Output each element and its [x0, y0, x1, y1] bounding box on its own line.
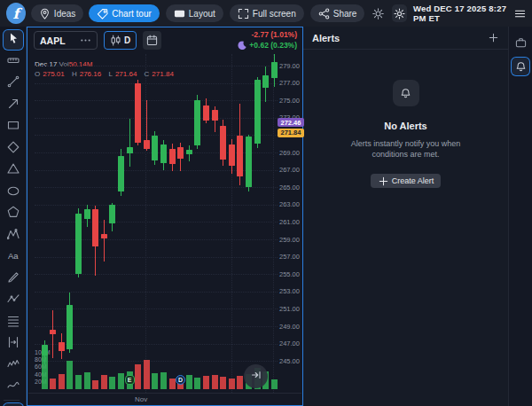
go-to-latest-button[interactable] [244, 364, 268, 388]
chart-panel[interactable]: AAPL D -2.77 (1.01%) +0.62 (0.23%) Dec 1… [27, 27, 303, 406]
finviz-logo[interactable]: f [6, 3, 26, 24]
tool-brush[interactable] [4, 269, 23, 289]
market-clock: Wed DEC 17 2025 8:27 PM ET [413, 4, 506, 23]
candle [160, 144, 167, 163]
portfolio-tab[interactable] [512, 34, 529, 51]
after-hours-change-value: +0.62 (0.23%) [249, 41, 297, 51]
tool-zigzag[interactable] [4, 291, 23, 310]
price-axis-label: 279.00 [279, 62, 300, 70]
volume-bar [50, 379, 56, 389]
price-axis-label: 261.00 [279, 218, 300, 226]
tool-elliott-wave[interactable] [4, 356, 23, 376]
price-gridline [35, 187, 278, 188]
tool-triangle[interactable] [4, 160, 23, 180]
polygon-icon [7, 206, 20, 222]
fullscreen-button[interactable]: Full screen [230, 4, 304, 22]
volume-bar [118, 373, 124, 389]
time-gridline [273, 54, 274, 393]
tool-ruler[interactable] [4, 52, 23, 72]
price-gridline [35, 239, 278, 240]
price-plot[interactable]: 100M80M60M40M20MED [35, 54, 278, 393]
candle [262, 75, 269, 89]
candle [220, 126, 226, 160]
curve-icon [7, 379, 20, 395]
price-axis-label: 275.00 [279, 97, 300, 105]
candle [144, 140, 150, 149]
ellipse-icon [7, 184, 20, 200]
volume-bar [92, 380, 98, 389]
tool-rotated-rectangle[interactable] [4, 139, 23, 159]
tool-xabcd-pattern[interactable] [4, 226, 23, 246]
layout-label: Layout [189, 9, 215, 19]
after-hours-price-tag: 272.46 [278, 118, 304, 127]
timeframe-selector[interactable]: D [104, 31, 137, 50]
calendar-icon [146, 35, 158, 46]
chart-toolbar: AAPL D [34, 31, 161, 50]
tool-text[interactable]: Aa [4, 247, 23, 267]
share-button[interactable]: Share [310, 4, 365, 22]
volume-bar [271, 379, 278, 389]
zigzag-icon [7, 293, 20, 308]
candle-wick [52, 310, 53, 358]
tool-rectangle[interactable] [4, 117, 23, 137]
symbol-selector[interactable]: AAPL [34, 31, 98, 50]
date-range-button[interactable] [143, 31, 161, 50]
candle [59, 342, 65, 352]
tool-date-range[interactable] [4, 334, 23, 354]
dividend-badge[interactable]: D [176, 375, 185, 385]
price-axis-label: 265.00 [279, 183, 300, 191]
volume-bar [144, 360, 150, 389]
layout-button[interactable]: Layout [166, 4, 223, 22]
settings-button[interactable] [392, 4, 407, 22]
volume-bar [109, 377, 115, 389]
volume-bar [101, 375, 107, 389]
candle [50, 330, 56, 334]
candle-wick [104, 220, 105, 262]
cursor-icon [7, 32, 20, 48]
price-axis-label: 251.00 [279, 305, 300, 313]
pin-icon [39, 8, 51, 20]
month-label: Nov [135, 395, 147, 403]
main-menu-button[interactable] [512, 4, 528, 22]
tool-polygon[interactable] [4, 204, 23, 223]
alerts-description-line1: Alerts instantly notify you when [303, 138, 508, 149]
time-gridline [231, 54, 232, 393]
candle [42, 345, 48, 356]
right-side-rail [508, 27, 532, 406]
price-gridline [35, 83, 278, 84]
alerts-tab[interactable] [512, 58, 529, 75]
create-alert-button[interactable]: Create Alert [371, 174, 442, 188]
volume-bar [186, 375, 192, 389]
chart-tour-button[interactable]: Chart tour [89, 4, 159, 22]
tool-ellipse[interactable] [4, 183, 23, 202]
time-axis[interactable]: Nov [28, 393, 301, 405]
candle [271, 62, 278, 78]
brush-icon [7, 271, 20, 287]
price-gridline [35, 100, 278, 101]
tool-cursor[interactable] [4, 30, 23, 50]
earnings-badge[interactable]: E [125, 375, 135, 385]
price-gridline [35, 222, 278, 223]
create-alert-label: Create Alert [392, 176, 434, 185]
symbol-menu-icon[interactable] [80, 35, 91, 46]
moon-icon [236, 40, 247, 51]
candlestick-icon [110, 35, 121, 46]
price-axis[interactable]: 279.00277.00275.00273.00271.00269.00267.… [279, 54, 303, 393]
tool-curve[interactable] [4, 378, 23, 397]
last-price-tag: 271.84 [278, 129, 304, 137]
timeframe-label: D [124, 35, 130, 45]
add-alert-button[interactable] [488, 32, 499, 43]
text-icon: Aa [7, 249, 20, 265]
tool-trend-line[interactable] [4, 74, 23, 93]
candle [246, 137, 252, 187]
tool-arrow[interactable] [4, 96, 23, 115]
volume-bar [152, 373, 158, 389]
plus-icon [378, 176, 389, 187]
ideas-button[interactable]: Ideas [31, 4, 83, 22]
fullscreen-label: Full screen [253, 9, 296, 19]
volume-bar [237, 376, 243, 389]
tool-fib-retracement[interactable] [4, 313, 23, 332]
theme-toggle-button[interactable] [371, 4, 386, 22]
chart-tour-label: Chart tour [112, 9, 151, 19]
candle [186, 150, 192, 154]
